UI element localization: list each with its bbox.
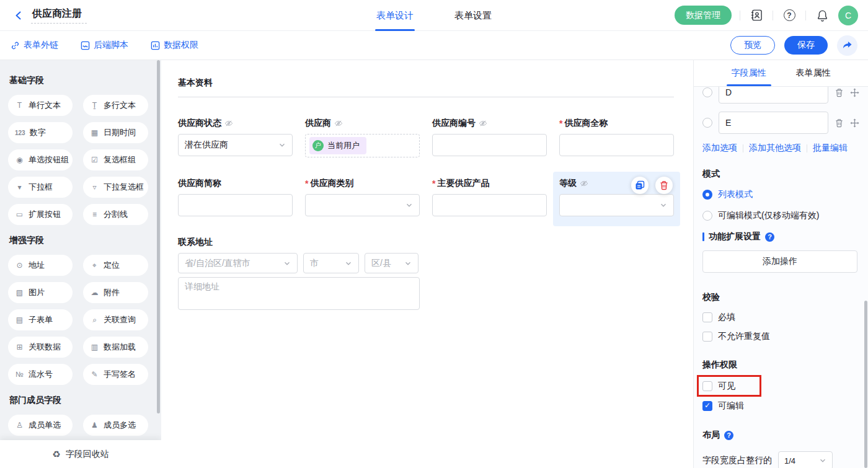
save-button[interactable]: 保存	[784, 36, 828, 55]
notification-bell-icon[interactable]	[814, 7, 830, 24]
palette-item-data-load[interactable]: ▥数据加载	[83, 337, 148, 358]
tab-field-properties[interactable]: 字段属性	[732, 60, 766, 86]
visible-checkbox-row[interactable]: 可见	[702, 381, 859, 392]
preview-button[interactable]: 预览	[730, 36, 775, 55]
palette-item-datetime[interactable]: ▦日期时间	[83, 122, 148, 143]
required-checkbox-row[interactable]: 必填	[702, 312, 859, 323]
detail-address-textarea[interactable]: 详细地址	[178, 277, 420, 310]
backend-script-button[interactable]: 后端脚本	[81, 40, 128, 51]
supplier-member-picker[interactable]: 户 当前用户	[305, 134, 420, 157]
field-supplier-fullname[interactable]: *供应商全称	[559, 118, 674, 157]
external-link-button[interactable]: 表单外链	[11, 40, 58, 51]
script-icon	[81, 41, 90, 50]
tab-form-properties[interactable]: 表单属性	[796, 60, 831, 86]
palette-item-linked-query[interactable]: ⌕关联查询	[83, 309, 148, 330]
section-accent-bar	[702, 232, 704, 241]
drag-option-icon[interactable]	[850, 88, 859, 97]
layout-help-icon[interactable]: ?	[724, 431, 733, 440]
locate-icon: ⌖	[90, 261, 99, 270]
serial-icon: №	[15, 370, 24, 379]
palette-item-subform[interactable]: ▤子表单	[8, 309, 73, 330]
field-width-select[interactable]: 1/4	[778, 451, 833, 468]
option-input[interactable]: E	[719, 112, 828, 134]
field-grade-selected[interactable]: 等级	[559, 178, 674, 216]
province-select[interactable]: 省/自治区/直辖市	[178, 253, 298, 273]
checkbox-checked-icon	[702, 401, 712, 411]
field-contact-address[interactable]: 联系地址 省/自治区/直辖市 市 区/县	[178, 237, 420, 310]
field-main-products[interactable]: *主要供应产品	[432, 178, 547, 216]
current-user-chip[interactable]: 户 当前用户	[309, 137, 366, 154]
supplier-fullname-input[interactable]	[559, 134, 674, 156]
form-section-title[interactable]: 基本资料	[178, 77, 674, 97]
single-text-icon: T	[15, 101, 24, 110]
add-option-link[interactable]: 添加选项	[702, 143, 737, 154]
palette-item-radio-group[interactable]: ◉单选按钮组	[8, 149, 73, 170]
field-supplier-code[interactable]: 供应商编号	[432, 118, 547, 157]
palette-item-linked-data[interactable]: ⊞关联数据	[8, 337, 73, 358]
supplier-category-select[interactable]	[305, 194, 420, 216]
batch-edit-link[interactable]: 批量编辑	[813, 143, 848, 154]
option-radio[interactable]	[702, 118, 712, 128]
delete-option-icon[interactable]	[835, 118, 844, 128]
palette-item-attachment[interactable]: ☁附件	[83, 282, 148, 303]
image-icon: ▧	[15, 288, 24, 297]
section-title-basic-fields: 基础字段	[9, 75, 152, 86]
main-products-input[interactable]	[432, 194, 547, 216]
tab-form-settings[interactable]: 表单设置	[454, 0, 492, 31]
data-permission-button[interactable]: 数据权限	[151, 40, 198, 51]
field-recycle-bin[interactable]: ♻ 字段回收站	[0, 440, 161, 468]
sidebar-scrollbar[interactable]	[157, 60, 160, 413]
page-title[interactable]: 供应商注册	[31, 7, 87, 24]
divider	[743, 144, 743, 152]
duplicate-field-button[interactable]	[631, 177, 649, 194]
add-operation-button[interactable]: 添加操作	[702, 250, 857, 273]
no-duplicate-checkbox-row[interactable]: 不允许重复值	[702, 331, 859, 342]
calendar-icon: ▦	[90, 128, 99, 137]
back-button[interactable]	[10, 7, 27, 24]
panel-scrollbar[interactable]	[864, 301, 867, 468]
share-button[interactable]	[837, 35, 857, 56]
data-manage-button[interactable]: 数据管理	[675, 6, 732, 25]
grade-select[interactable]	[559, 194, 674, 216]
extension-help-icon[interactable]: ?	[765, 232, 774, 242]
field-supplier-category[interactable]: *供应商类别	[305, 178, 420, 216]
palette-item-multi-text[interactable]: Ṯ多行文本	[83, 95, 148, 116]
district-select[interactable]: 区/县	[365, 253, 418, 273]
palette-item-member-single[interactable]: ♙成员单选	[8, 415, 73, 436]
add-other-option-link[interactable]: 添加其他选项	[749, 143, 801, 154]
palette-item-dropdown[interactable]: ▾下拉框	[8, 177, 73, 198]
editable-checkbox-row[interactable]: 可编辑	[702, 400, 859, 412]
field-supplier-status[interactable]: 供应商状态 潜在供应商	[178, 118, 293, 157]
drag-option-icon[interactable]	[850, 118, 859, 128]
option-radio[interactable]	[702, 87, 712, 97]
delete-option-icon[interactable]	[835, 88, 844, 97]
field-supplier-shortname[interactable]: 供应商简称	[178, 178, 293, 216]
section-title-enhanced-fields: 增强字段	[9, 235, 152, 246]
palette-item-signature[interactable]: ✎手写签名	[83, 364, 148, 385]
user-avatar[interactable]: C	[838, 6, 858, 25]
palette-item-number[interactable]: 123数字	[8, 122, 73, 143]
palette-item-member-multi[interactable]: ♟成员多选	[83, 415, 148, 436]
supplier-code-input[interactable]	[432, 134, 547, 156]
delete-field-button[interactable]	[655, 177, 673, 194]
palette-item-divider[interactable]: ≡分割线	[83, 204, 148, 225]
palette-item-location[interactable]: ⌖定位	[83, 255, 148, 276]
palette-item-address[interactable]: ⊙地址	[8, 255, 73, 276]
chevron-down-icon	[405, 201, 413, 209]
field-supplier[interactable]: 供应商 户 当前用户	[305, 118, 420, 157]
supplier-shortname-input[interactable]	[178, 194, 293, 216]
option-input[interactable]: D	[719, 87, 828, 104]
contact-book-icon[interactable]	[748, 7, 764, 24]
palette-item-extend-button[interactable]: ▭扩展按钮	[8, 204, 73, 225]
supplier-status-select[interactable]: 潜在供应商	[178, 134, 293, 156]
palette-item-serial-number[interactable]: №流水号	[8, 364, 73, 385]
mode-editable-radio[interactable]: 可编辑模式(仅移动端有效)	[702, 210, 859, 221]
tab-form-design[interactable]: 表单设计	[376, 0, 414, 31]
help-icon[interactable]: ?	[781, 7, 797, 24]
palette-item-checkbox-group[interactable]: ☑复选框组	[83, 149, 148, 170]
city-select[interactable]: 市	[303, 253, 359, 273]
mode-list-radio[interactable]: 列表模式	[702, 189, 859, 200]
palette-item-multi-dropdown[interactable]: ▿下拉复选框	[83, 177, 148, 198]
palette-item-image[interactable]: ▧图片	[8, 282, 73, 303]
palette-item-single-text[interactable]: T单行文本	[8, 95, 73, 116]
